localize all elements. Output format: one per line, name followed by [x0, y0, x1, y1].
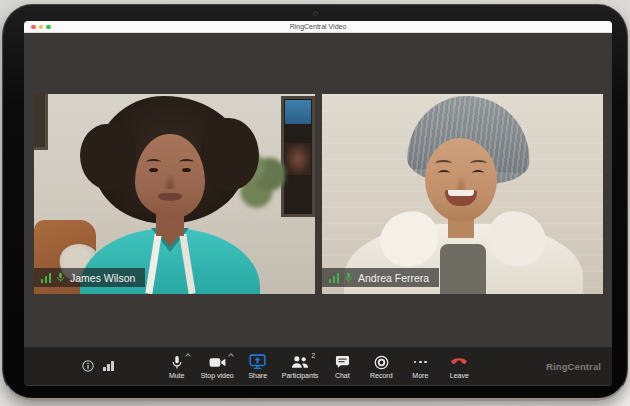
participants-button[interactable]: 2 Participants — [282, 354, 319, 379]
share-button[interactable]: Share — [243, 354, 273, 379]
desktop-background: RingCentral Video — [0, 0, 630, 406]
window-controls — [31, 25, 51, 30]
wall-frame-art — [34, 94, 48, 150]
button-label: Chat — [335, 372, 350, 379]
face-feature — [445, 190, 477, 206]
face-feature — [470, 160, 487, 167]
close-button[interactable] — [31, 25, 36, 30]
video-grid: James Wilson — [24, 94, 612, 294]
participant-name: James Wilson — [70, 272, 135, 284]
chat-button[interactable]: Chat — [327, 354, 357, 379]
tablet-device-frame: RingCentral Video — [2, 4, 628, 401]
window-titlebar: RingCentral Video — [24, 21, 612, 33]
signal-bars-icon — [41, 273, 52, 283]
button-label: More — [412, 372, 428, 379]
video-camera-icon — [209, 356, 226, 369]
chat-icon — [335, 355, 350, 369]
face-feature — [435, 160, 452, 167]
microphone-on-icon — [344, 271, 353, 284]
participant-name-badge: Andrea Ferrera — [322, 268, 440, 287]
window-title: RingCentral Video — [290, 23, 347, 30]
ringcentral-logo: RingCentral — [546, 361, 601, 372]
button-label: Stop video — [201, 372, 234, 379]
video-tile[interactable]: James Wilson — [34, 94, 315, 294]
button-label: Leave — [450, 372, 469, 379]
leave-button[interactable]: Leave — [444, 354, 474, 379]
minimize-button[interactable] — [39, 25, 44, 30]
face-feature — [146, 159, 161, 165]
button-label: Mute — [169, 372, 185, 379]
controlbar-buttons: Mute Stop video — [162, 354, 475, 379]
participant-name: Andrea Ferrera — [358, 272, 429, 284]
microphone-icon — [171, 355, 183, 370]
portrait-face-art — [425, 138, 497, 222]
participant-count-badge: 2 — [311, 352, 315, 359]
controlbar-left-group — [82, 347, 114, 385]
front-camera — [313, 11, 318, 16]
share-screen-icon — [249, 354, 266, 370]
signal-bars-icon — [329, 273, 340, 283]
record-icon — [374, 355, 389, 370]
face-feature — [472, 170, 484, 176]
face-feature — [182, 168, 191, 172]
participant-name-badge: James Wilson — [34, 268, 146, 287]
chevron-up-icon[interactable] — [185, 353, 191, 359]
face-feature — [163, 172, 177, 189]
button-label: Share — [248, 372, 267, 379]
record-button[interactable]: Record — [366, 354, 396, 379]
video-tile[interactable]: Andrea Ferrera — [322, 94, 603, 294]
stop-video-button[interactable]: Stop video — [201, 354, 234, 379]
poster-art — [281, 96, 315, 217]
button-label: Record — [370, 372, 393, 379]
leave-call-icon — [450, 357, 468, 367]
mute-button[interactable]: Mute — [162, 354, 192, 379]
face-feature — [179, 159, 194, 165]
participants-icon — [291, 355, 309, 369]
zoom-button[interactable] — [46, 25, 51, 30]
microphone-on-icon — [56, 271, 65, 284]
portrait-shirt-art — [440, 244, 486, 294]
chevron-up-icon[interactable] — [228, 353, 234, 359]
face-feature — [149, 168, 158, 172]
meeting-stage: James Wilson — [24, 33, 612, 347]
portrait-face-art — [135, 134, 205, 218]
more-icon — [414, 361, 427, 364]
face-feature — [438, 170, 450, 176]
app-window: RingCentral Video — [24, 21, 612, 386]
connection-quality-icon — [103, 361, 114, 371]
info-icon[interactable] — [82, 360, 94, 372]
meeting-controlbar: Mute Stop video — [24, 347, 612, 385]
face-feature — [454, 174, 468, 190]
button-label: Participants — [282, 372, 319, 379]
face-feature — [158, 193, 182, 201]
more-button[interactable]: More — [405, 354, 435, 379]
